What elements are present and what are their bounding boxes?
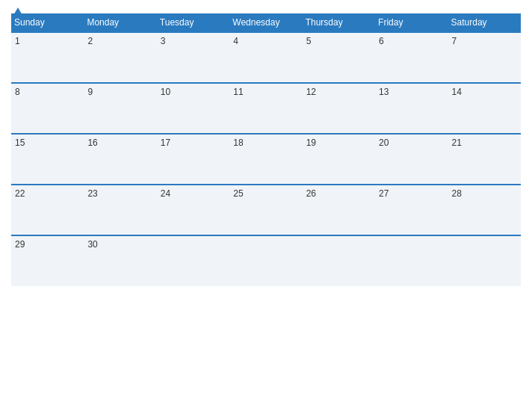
day-number: 3: [161, 36, 166, 46]
day-number: 20: [379, 137, 389, 148]
day-number: 26: [306, 188, 316, 199]
calendar-cell: 6: [375, 32, 448, 83]
calendar-cell: 29: [11, 235, 84, 286]
weekday-header-row: SundayMondayTuesdayWednesdayThursdayFrid…: [11, 13, 521, 32]
calendar-cell: 8: [11, 83, 84, 134]
weekday-header-tuesday: Tuesday: [157, 13, 229, 32]
day-number: 30: [87, 239, 97, 250]
day-number: 8: [15, 87, 20, 97]
logo-triangle-icon: [13, 7, 23, 16]
day-number: 5: [306, 36, 312, 46]
calendar-container: SundayMondayTuesdayWednesdayThursdayFrid…: [0, 0, 532, 411]
day-number: 27: [379, 188, 389, 199]
calendar-table: SundayMondayTuesdayWednesdayThursdayFrid…: [11, 13, 521, 286]
calendar-cell: 11: [229, 83, 302, 134]
day-number: 12: [306, 87, 316, 97]
day-number: 17: [161, 137, 170, 148]
calendar-cell: 9: [84, 83, 156, 134]
day-number: 15: [15, 137, 25, 148]
calendar-cell: 27: [375, 185, 448, 235]
day-number: 23: [87, 188, 97, 199]
calendar-cell: [448, 235, 521, 286]
calendar-cell: 16: [84, 134, 156, 185]
day-number: 29: [15, 239, 25, 250]
weekday-header-saturday: Saturday: [448, 13, 521, 32]
day-number: 11: [233, 87, 243, 97]
day-number: 1: [15, 36, 20, 46]
week-row-4: 22232425262728: [11, 185, 521, 235]
day-number: 6: [379, 36, 384, 46]
calendar-cell: 17: [157, 134, 229, 185]
day-number: 14: [452, 87, 462, 97]
calendar-cell: 5: [303, 32, 375, 83]
calendar-cell: [303, 235, 375, 286]
calendar-cell: 28: [448, 185, 521, 235]
calendar-cell: 24: [157, 185, 229, 235]
calendar-cell: 23: [84, 185, 156, 235]
week-row-1: 1234567: [11, 32, 521, 83]
calendar-cell: 2: [84, 32, 156, 83]
calendar-cell: 13: [375, 83, 448, 134]
day-number: 2: [87, 36, 93, 46]
calendar-cell: 20: [375, 134, 448, 185]
day-number: 18: [233, 137, 243, 148]
day-number: 25: [233, 188, 243, 199]
calendar-cell: 22: [11, 185, 84, 235]
calendar-cell: 1: [11, 32, 84, 83]
day-number: 4: [233, 36, 238, 46]
calendar-cell: 14: [448, 83, 521, 134]
day-number: 28: [452, 188, 462, 199]
weekday-header-monday: Monday: [84, 13, 156, 32]
day-number: 16: [87, 137, 97, 148]
day-number: 24: [161, 188, 170, 199]
calendar-cell: 30: [84, 235, 156, 286]
calendar-cell: [157, 235, 229, 286]
calendar-cell: 4: [229, 32, 302, 83]
calendar-cell: 25: [229, 185, 302, 235]
calendar-cell: 3: [157, 32, 229, 83]
calendar-cell: 12: [303, 83, 375, 134]
calendar-cell: [375, 235, 448, 286]
calendar-cell: 19: [303, 134, 375, 185]
day-number: 9: [87, 87, 93, 97]
day-number: 10: [161, 87, 170, 97]
calendar-cell: 26: [303, 185, 375, 235]
calendar-cell: [229, 235, 302, 286]
week-row-2: 891011121314: [11, 83, 521, 134]
calendar-cell: 21: [448, 134, 521, 185]
calendar-cell: 10: [157, 83, 229, 134]
weekday-header-wednesday: Wednesday: [229, 13, 302, 32]
calendar-cell: 15: [11, 134, 84, 185]
day-number: 21: [452, 137, 462, 148]
week-row-5: 2930: [11, 235, 521, 286]
day-number: 19: [306, 137, 316, 148]
week-row-3: 15161718192021: [11, 134, 521, 185]
day-number: 22: [15, 188, 25, 199]
calendar-cell: 18: [229, 134, 302, 185]
weekday-header-thursday: Thursday: [303, 13, 375, 32]
day-number: 13: [379, 87, 389, 97]
day-number: 7: [452, 36, 457, 46]
logo: [11, 7, 23, 16]
weekday-header-friday: Friday: [375, 13, 448, 32]
calendar-cell: 7: [448, 32, 521, 83]
